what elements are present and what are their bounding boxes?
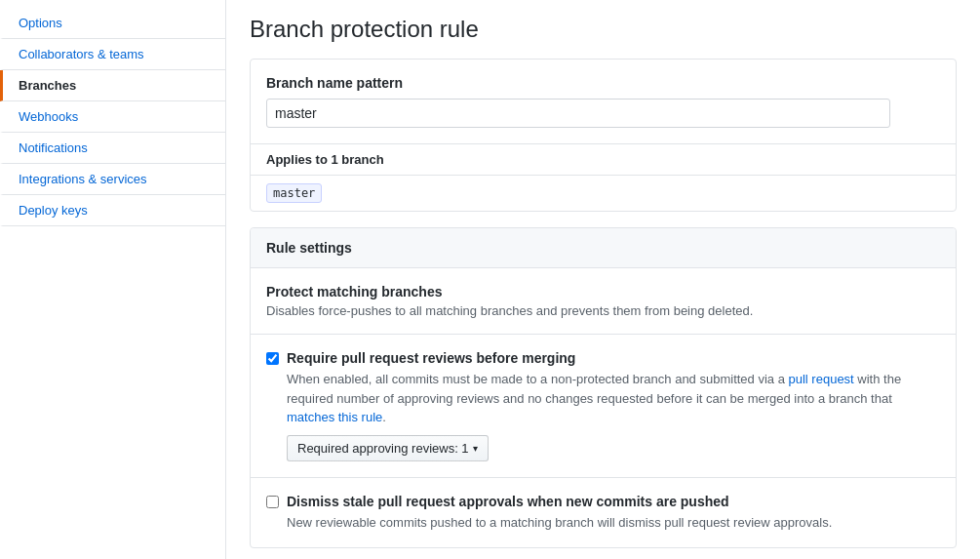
sidebar-item-collaborators-teams[interactable]: Collaborators & teams — [0, 39, 225, 70]
sidebar-item-webhooks[interactable]: Webhooks — [0, 101, 225, 133]
sidebar-item-notifications[interactable]: Notifications — [0, 133, 225, 164]
applies-to-text: Applies to 1 branch — [266, 152, 384, 167]
dismiss-stale-desc: New reviewable commits pushed to a match… — [287, 513, 940, 533]
require-pr-desc: When enabled, all commits must be made t… — [287, 370, 940, 427]
branch-pattern-box: Branch name pattern Applies to 1 branch … — [250, 59, 957, 212]
require-pr-content: Require pull request reviews before merg… — [287, 350, 940, 461]
sidebar-item-options[interactable]: Options — [0, 8, 225, 39]
branch-tag: master — [266, 183, 322, 203]
dismiss-stale-checkbox[interactable] — [266, 496, 279, 508]
dropdown-label: Required approving reviews: 1 — [297, 441, 469, 456]
branch-pattern-input[interactable] — [266, 99, 890, 128]
branch-tag-row: master — [251, 175, 956, 211]
applies-to: Applies to 1 branch — [251, 143, 956, 175]
require-pr-label: Require pull request reviews before merg… — [287, 350, 940, 366]
dismiss-stale-row: Dismiss stale pull request approvals whe… — [266, 494, 940, 533]
protect-matching-subsection: Protect matching branches Disables force… — [251, 268, 956, 335]
sidebar-item-integrations-services[interactable]: Integrations & services — [0, 164, 225, 195]
require-pr-subsection: Require pull request reviews before merg… — [251, 335, 956, 478]
sidebar-item-deploy-keys[interactable]: Deploy keys — [0, 195, 225, 226]
branch-pattern-label: Branch name pattern — [266, 75, 940, 91]
dismiss-stale-content: Dismiss stale pull request approvals whe… — [287, 494, 940, 533]
rule-settings-box: Rule settings Protect matching branches … — [250, 227, 957, 548]
protect-matching-title: Protect matching branches — [266, 284, 940, 299]
dismiss-stale-subsection: Dismiss stale pull request approvals whe… — [251, 478, 956, 548]
page-title: Branch protection rule — [250, 16, 957, 43]
require-pr-checkbox[interactable] — [266, 352, 279, 365]
require-pr-row: Require pull request reviews before merg… — [266, 350, 940, 461]
sidebar: OptionsCollaborators & teamsBranchesWebh… — [0, 0, 226, 559]
branch-pattern-body: Branch name pattern — [251, 60, 956, 143]
pull-request-link[interactable]: pull request — [789, 372, 854, 386]
matches-link[interactable]: matches this rule — [287, 410, 382, 424]
dismiss-stale-label: Dismiss stale pull request approvals whe… — [287, 494, 940, 509]
protect-matching-desc: Disables force-pushes to all matching br… — [266, 303, 940, 318]
dropdown-arrow-icon: ▾ — [473, 443, 478, 454]
required-approving-reviews-dropdown[interactable]: Required approving reviews: 1 ▾ — [287, 435, 489, 461]
main-content: Branch protection rule Branch name patte… — [226, 0, 980, 559]
rule-settings-header: Rule settings — [251, 228, 956, 268]
sidebar-item-branches[interactable]: Branches — [0, 70, 225, 101]
branch-count: 1 — [331, 152, 337, 167]
